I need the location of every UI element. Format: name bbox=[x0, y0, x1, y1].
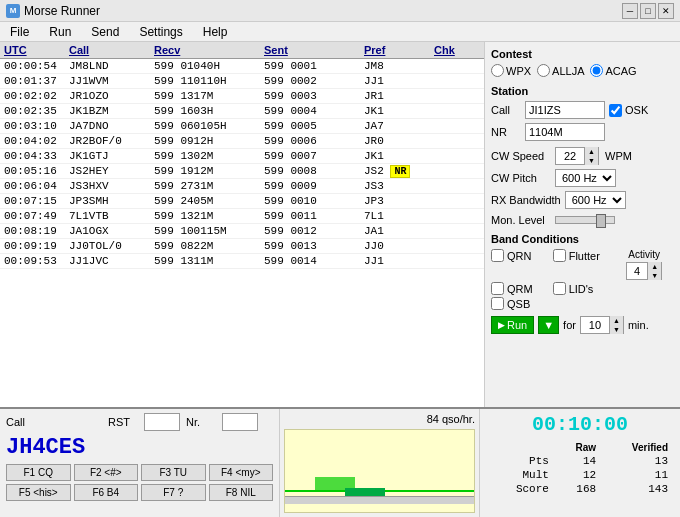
log-row: 00:07:49 7L1VTB 599 1321M 599 0011 7L1 bbox=[0, 209, 484, 224]
fn-key-button[interactable]: F4 <my> bbox=[209, 464, 274, 481]
qrn-row[interactable]: QRN bbox=[491, 249, 551, 262]
log-row: 00:09:19 JJ0TOL/0 599 0822M 599 0013 JJ0 bbox=[0, 239, 484, 254]
call-input[interactable] bbox=[525, 101, 605, 119]
tuning-indicator[interactable] bbox=[345, 488, 385, 496]
menu-run[interactable]: Run bbox=[43, 23, 77, 41]
flutter-row[interactable]: Flutter bbox=[553, 249, 613, 262]
menu-settings[interactable]: Settings bbox=[133, 23, 188, 41]
tuning-bar[interactable] bbox=[285, 496, 474, 504]
cw-speed-up[interactable]: ▲ bbox=[584, 147, 598, 156]
contest-allja-option[interactable]: ALLJA bbox=[537, 64, 584, 77]
log-cell-sent: 599 0004 bbox=[264, 105, 364, 117]
maximize-button[interactable]: □ bbox=[640, 3, 656, 19]
activity-down[interactable]: ▼ bbox=[647, 271, 661, 280]
log-cell-utc: 00:04:33 bbox=[4, 150, 69, 162]
log-cell-pref: JK1 bbox=[364, 105, 434, 117]
fn-key-button[interactable]: F3 TU bbox=[141, 464, 206, 481]
qsb-row[interactable]: QSB bbox=[491, 297, 551, 310]
qrn-checkbox[interactable] bbox=[491, 249, 504, 262]
log-row: 00:03:10 JA7DNO 599 060105H 599 0005 JA7 bbox=[0, 119, 484, 134]
col-call[interactable]: Call bbox=[69, 44, 154, 56]
contest-wpx-radio[interactable] bbox=[491, 64, 504, 77]
cw-pitch-row: CW Pitch 600 Hz bbox=[491, 169, 674, 187]
duration-up[interactable]: ▲ bbox=[609, 316, 623, 325]
cw-pitch-select[interactable]: 600 Hz bbox=[555, 169, 616, 187]
log-cell-call: JM8LND bbox=[69, 60, 154, 72]
log-cell-pref: JJ0 bbox=[364, 240, 434, 252]
qsb-checkbox[interactable] bbox=[491, 297, 504, 310]
log-cell-chk bbox=[434, 75, 474, 87]
activity-label: Activity bbox=[628, 249, 660, 260]
duration-spinner[interactable]: 10 ▲ ▼ bbox=[580, 316, 624, 334]
pts-row: Pts 14 13 bbox=[488, 455, 672, 467]
cw-speed-spinner[interactable]: 22 ▲ ▼ bbox=[555, 147, 599, 165]
log-cell-recv: 599 1311M bbox=[154, 255, 264, 267]
cw-speed-down[interactable]: ▼ bbox=[584, 156, 598, 165]
rst-input[interactable] bbox=[144, 413, 180, 431]
mult-raw: 12 bbox=[555, 469, 600, 481]
menu-file[interactable]: File bbox=[4, 23, 35, 41]
osk-checkbox-row[interactable]: OSK bbox=[609, 104, 648, 117]
log-cell-sent: 599 0007 bbox=[264, 150, 364, 162]
log-cell-pref: JS2 NR bbox=[364, 165, 434, 177]
log-cell-pref: JA7 bbox=[364, 120, 434, 132]
mon-level-track[interactable] bbox=[555, 216, 615, 224]
contest-acag-option[interactable]: ACAG bbox=[590, 64, 636, 77]
contest-acag-radio[interactable] bbox=[590, 64, 603, 77]
fn-key-button[interactable]: F1 CQ bbox=[6, 464, 71, 481]
call-field-row: Call OSK bbox=[491, 101, 674, 119]
log-row: 00:08:19 JA1OGX 599 100115M 599 0012 JA1 bbox=[0, 224, 484, 239]
log-cell-call: JK1GTJ bbox=[69, 150, 154, 162]
run-dropdown-button[interactable]: ▼ bbox=[538, 316, 559, 334]
nr-bottom-input[interactable] bbox=[222, 413, 258, 431]
log-row: 00:02:02 JR1OZO 599 1317M 599 0003 JR1 bbox=[0, 89, 484, 104]
run-button[interactable]: ▶ Run bbox=[491, 316, 534, 334]
log-cell-call: JJ1JVC bbox=[69, 255, 154, 267]
run-bar: ▶ Run ▼ for 10 ▲ ▼ min. bbox=[491, 316, 674, 334]
contest-wpx-option[interactable]: WPX bbox=[491, 64, 531, 77]
bottom-panel: Call RST Nr. JH4CES F1 CQF2 <#>F3 TUF4 <… bbox=[0, 407, 680, 517]
col-recv[interactable]: Recv bbox=[154, 44, 264, 56]
fn-key-button[interactable]: F7 ? bbox=[141, 484, 206, 501]
fn-key-button[interactable]: F8 NIL bbox=[209, 484, 274, 501]
qrm-checkbox[interactable] bbox=[491, 282, 504, 295]
mon-level-thumb[interactable] bbox=[596, 214, 606, 228]
col-chk[interactable]: Chk bbox=[434, 44, 474, 56]
log-cell-sent: 599 0013 bbox=[264, 240, 364, 252]
duration-down[interactable]: ▼ bbox=[609, 325, 623, 334]
mult-verified: 11 bbox=[602, 469, 672, 481]
flutter-checkbox[interactable] bbox=[553, 249, 566, 262]
col-utc[interactable]: UTC bbox=[4, 44, 69, 56]
log-cell-sent: 599 0014 bbox=[264, 255, 364, 267]
log-cell-call: JP3SMH bbox=[69, 195, 154, 207]
log-cell-chk bbox=[434, 120, 474, 132]
lids-checkbox[interactable] bbox=[553, 282, 566, 295]
activity-up[interactable]: ▲ bbox=[647, 262, 661, 271]
lids-row[interactable]: LID's bbox=[553, 282, 613, 295]
contest-allja-radio[interactable] bbox=[537, 64, 550, 77]
lids-label: LID's bbox=[569, 283, 594, 295]
osk-checkbox[interactable] bbox=[609, 104, 622, 117]
nr-label: NR bbox=[491, 126, 521, 138]
log-cell-sent: 599 0010 bbox=[264, 195, 364, 207]
rx-bw-select[interactable]: 600 Hz bbox=[565, 191, 626, 209]
fn-key-button[interactable]: F2 <#> bbox=[74, 464, 139, 481]
menu-send[interactable]: Send bbox=[85, 23, 125, 41]
close-button[interactable]: ✕ bbox=[658, 3, 674, 19]
log-cell-utc: 00:05:16 bbox=[4, 165, 69, 177]
score-table: Raw Verified Pts 14 13 Mult 12 11 Score … bbox=[486, 440, 674, 497]
minimize-button[interactable]: ─ bbox=[622, 3, 638, 19]
qrm-row[interactable]: QRM bbox=[491, 282, 551, 295]
log-cell-recv: 599 110110H bbox=[154, 75, 264, 87]
menu-help[interactable]: Help bbox=[197, 23, 234, 41]
activity-spinner[interactable]: 4 ▲ ▼ bbox=[626, 262, 662, 280]
log-cell-utc: 00:09:19 bbox=[4, 240, 69, 252]
waveform-area[interactable] bbox=[284, 429, 475, 513]
log-row: 00:01:37 JJ1WVM 599 110110H 599 0002 JJ1 bbox=[0, 74, 484, 89]
nr-input[interactable] bbox=[525, 123, 605, 141]
col-sent[interactable]: Sent bbox=[264, 44, 364, 56]
fn-key-button[interactable]: F6 B4 bbox=[74, 484, 139, 501]
col-pref[interactable]: Pref bbox=[364, 44, 434, 56]
log-row: 00:04:02 JR2BOF/0 599 0912H 599 0006 JR0 bbox=[0, 134, 484, 149]
fn-key-button[interactable]: F5 <his> bbox=[6, 484, 71, 501]
